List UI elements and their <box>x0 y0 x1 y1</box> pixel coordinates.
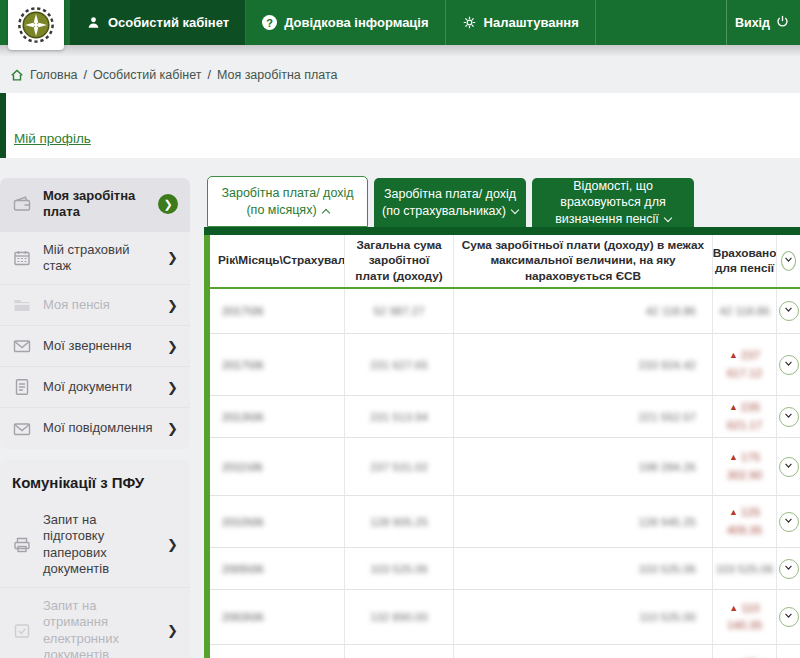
period-value: 2003\06 <box>222 611 264 623</box>
total-salary-value: 52 987.27 <box>373 305 424 317</box>
doc-check-icon <box>12 621 32 641</box>
chevron-down-icon <box>782 561 795 577</box>
chevron-down-icon <box>782 409 795 425</box>
user-icon <box>86 15 101 30</box>
capped-salary-value: 103 525.06 <box>638 563 696 575</box>
sidebar-item: Запит на отримання електронних документі… <box>0 588 190 658</box>
question-icon: ? <box>262 15 277 30</box>
breadcrumb-link[interactable]: Головна <box>30 68 78 82</box>
table-row: 2001\0698 450.1296 210.40▲96210.40 <box>210 645 800 658</box>
warning-icon: ▲ <box>729 349 738 363</box>
nav-item-link[interactable]: ?Довідкова інформація <box>246 0 445 45</box>
home-icon <box>10 68 24 82</box>
sidebar-item[interactable]: Мій страховий стаж❯ <box>0 232 190 286</box>
table-row: 2011\06237 531.02198 284.26▲175302.90 <box>210 438 800 496</box>
row-expand-button[interactable] <box>779 607 799 627</box>
breadcrumb: Головна/Особистий кабінет/Моя заробітна … <box>0 57 800 93</box>
table-row: 2017\06231 627.65233 924.42▲237617.12 <box>210 334 800 396</box>
printer-icon <box>12 535 32 555</box>
table-row: 2017\0652 987.2742 118.8642 118.86 <box>210 289 800 334</box>
warning-icon: ▲ <box>729 506 738 520</box>
table-row: 2010\06128 905.25128 945.25▲125409.35 <box>210 496 800 548</box>
navbar-shadow <box>0 45 800 57</box>
row-expand-button[interactable] <box>779 512 799 532</box>
period-value: 2011\06 <box>222 461 263 473</box>
counted-value-2: 409.35 <box>727 524 762 536</box>
nav-item-label: Особистий кабінет <box>108 15 229 30</box>
chevron-down-icon <box>782 253 795 269</box>
capped-salary-value: 221 552.57 <box>638 411 696 423</box>
sidebar-item-label: Моя пенсія <box>43 297 156 313</box>
folder-icon <box>12 295 32 315</box>
row-expand-button[interactable] <box>779 407 799 427</box>
table-header-cell: Сума заробітньої плати (доходу) в межах … <box>453 235 712 287</box>
logout-label: Вихід <box>735 16 770 30</box>
chevron-right-icon: ❯ <box>167 250 178 265</box>
profile-band: Мій профіль <box>0 93 800 158</box>
period-value: 2017\06 <box>222 359 264 371</box>
table-header-cell: Загальна сума заробітної плати (доходу) <box>344 235 453 287</box>
sidebar-section: Комунікації з ПФУЗапит на підготовку пап… <box>0 460 190 658</box>
nav-item-label: Довідкова інформація <box>284 15 428 30</box>
sidebar-item[interactable]: Мої документи❯ <box>0 367 190 408</box>
warning-icon: ▲ <box>729 401 738 415</box>
chevron-down-icon <box>782 459 795 475</box>
chevron-down-icon <box>782 357 795 373</box>
table-row: 2003\06132 890.00110 525.00▲110140.35 <box>210 590 800 645</box>
pfu-logo[interactable] <box>8 0 64 50</box>
tab-active[interactable]: Заробітна плата/ дохід (по місяцях) <box>207 176 368 227</box>
counted-value-2: 302.90 <box>727 469 762 481</box>
row-expand-button[interactable] <box>779 457 799 477</box>
mail-icon <box>12 419 32 439</box>
counted-value: 175 <box>741 451 760 463</box>
chevron-down-icon <box>782 303 795 319</box>
breadcrumb-link[interactable]: Особистий кабінет <box>93 68 201 82</box>
row-expand-button[interactable] <box>779 301 799 321</box>
total-salary-value: 128 905.25 <box>370 516 428 528</box>
nav-item-link[interactable]: Налаштування <box>446 0 596 45</box>
breadcrumb-current: Моя заробітна плата <box>217 68 338 82</box>
chevron-right-icon: ❯ <box>167 623 178 638</box>
counted-value: 125 <box>741 506 760 518</box>
chevron-right-icon: ❯ <box>158 194 178 214</box>
sidebar-item[interactable]: Запит на підготовку паперових документів… <box>0 502 190 588</box>
counted-value: 42 118.86 <box>719 305 769 317</box>
period-value: 2005\06 <box>222 563 264 575</box>
salary-table: Рік\Місяць\СтрахувальникЗагальна сума за… <box>204 235 800 658</box>
chevron-down-icon <box>782 514 795 530</box>
capped-salary-value: 198 284.26 <box>638 461 696 473</box>
warning-icon: ▲ <box>729 602 738 616</box>
sidebar-item[interactable]: Моя заробітна плата❯ <box>0 178 190 232</box>
tab-3[interactable]: Відомості, що враховуються для визначенн… <box>532 178 694 227</box>
my-profile-link[interactable]: Мій профіль <box>14 131 91 146</box>
chevron-right-icon: ❯ <box>167 339 178 354</box>
table-header-row: Рік\Місяць\СтрахувальникЗагальна сума за… <box>210 235 800 289</box>
warning-icon: ▲ <box>729 451 738 465</box>
top-navbar: Особистий кабінет?Довідкова інформаціяНа… <box>0 0 800 45</box>
total-salary-value: 231 627.65 <box>370 359 428 371</box>
logout-button[interactable]: Вихід <box>726 0 800 45</box>
counted-value: 237 <box>741 349 760 361</box>
row-expand-button[interactable] <box>779 355 799 375</box>
counted-value-2: 140.35 <box>727 619 762 631</box>
row-expand-button[interactable] <box>779 559 799 579</box>
total-salary-value: 237 531.02 <box>370 461 428 473</box>
sidebar-item-label: Запит на підготовку паперових документів <box>43 512 156 577</box>
sidebar-section: Моя заробітна плата❯Мій страховий стаж❯М… <box>0 178 190 449</box>
breadcrumb-separator: / <box>207 68 210 82</box>
sidebar-item[interactable]: Мої звернення❯ <box>0 326 190 367</box>
tab-label: Заробітна плата/ дохід (по місяцях) <box>216 185 359 218</box>
tab-2[interactable]: Заробітна плата/ дохід (по страхувальник… <box>374 178 526 227</box>
breadcrumb-separator: / <box>84 68 87 82</box>
green-edge-bar <box>0 93 6 158</box>
expand-all-button[interactable] <box>781 251 796 271</box>
capped-salary-value: 110 525.00 <box>639 611 696 623</box>
sidebar-item-label: Мої документи <box>43 379 156 395</box>
pfu-emblem-icon <box>17 6 55 44</box>
table-row: 2013\06231 513.94221 552.57▲235621.17 <box>210 396 800 438</box>
chevron-right-icon: ❯ <box>167 380 178 395</box>
tab-label: Відомості, що враховуються для визначенн… <box>540 178 686 227</box>
sidebar-item[interactable]: Мої повідомлення❯ <box>0 408 190 449</box>
nav-item-active[interactable]: Особистий кабінет <box>70 0 246 45</box>
tab-bar: Заробітна плата/ дохід (по місяцях)Зароб… <box>207 177 800 227</box>
